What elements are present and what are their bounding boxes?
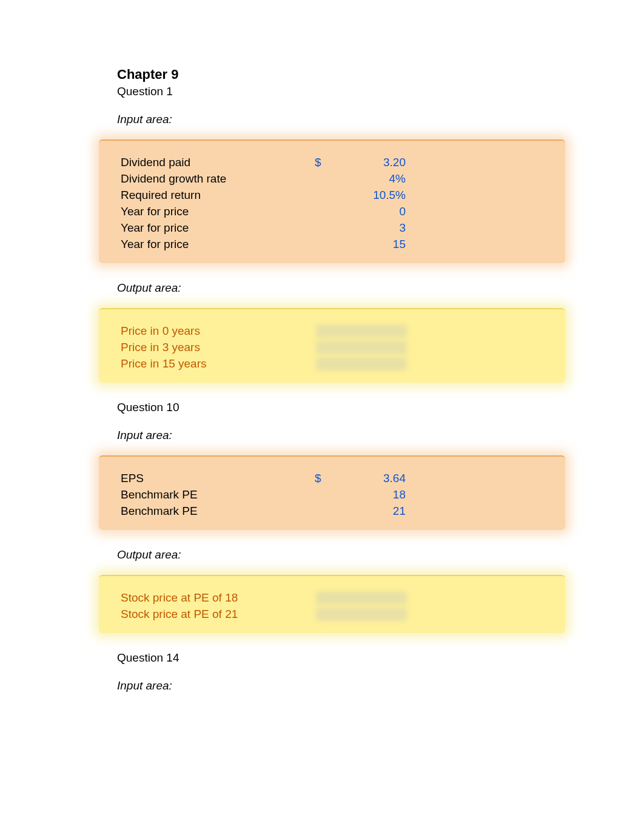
currency-symbol: $ — [315, 470, 339, 486]
row-label: Benchmark PE — [121, 503, 315, 519]
row-label: Stock price at PE of 18 — [121, 589, 315, 606]
row-value: 10.5% — [339, 187, 406, 203]
question-10-heading: Question 10 — [117, 401, 535, 414]
row-value: 4% — [339, 170, 406, 187]
row-value: 3.20 — [339, 154, 406, 170]
row-label: Required return — [121, 187, 315, 203]
row-value: 3.64 — [339, 470, 406, 486]
redacted-value — [316, 608, 407, 621]
input-row: Benchmark PE 18 — [121, 486, 543, 503]
row-label: Price in 15 years — [121, 355, 315, 372]
output-row: Price in 3 years — [121, 339, 543, 355]
redacted-value — [316, 341, 407, 354]
row-label: EPS — [121, 470, 315, 486]
row-label: Price in 0 years — [121, 323, 315, 339]
input-area-label: Input area: — [117, 679, 535, 692]
input-row: Dividend paid $ 3.20 — [121, 154, 543, 170]
row-label: Year for price — [121, 203, 315, 220]
input-row: Dividend growth rate 4% — [121, 170, 543, 187]
row-label: Year for price — [121, 236, 315, 252]
output-row: Price in 0 years — [121, 323, 543, 339]
output-row: Stock price at PE of 18 — [121, 589, 543, 606]
row-label: Benchmark PE — [121, 486, 315, 503]
q10-output-panel: Stock price at PE of 18 Stock price at P… — [99, 575, 565, 633]
input-row: EPS $ 3.64 — [121, 470, 543, 486]
output-row: Stock price at PE of 21 — [121, 606, 543, 622]
row-value: 0 — [339, 203, 406, 220]
redacted-value — [316, 357, 407, 371]
input-area-label: Input area: — [117, 429, 535, 442]
row-label: Year for price — [121, 220, 315, 236]
output-row: Price in 15 years — [121, 355, 543, 372]
input-row: Year for price 3 — [121, 220, 543, 236]
row-value: 3 — [339, 220, 406, 236]
input-row: Benchmark PE 21 — [121, 503, 543, 519]
q10-input-panel: EPS $ 3.64 Benchmark PE 18 Benchmark PE … — [99, 455, 565, 530]
input-row: Required return 10.5% — [121, 187, 543, 203]
redacted-value — [316, 324, 407, 338]
question-1-heading: Question 1 — [117, 85, 535, 98]
row-value: 18 — [339, 486, 406, 503]
output-area-label: Output area: — [117, 548, 535, 562]
row-label: Stock price at PE of 21 — [121, 606, 315, 622]
row-label: Price in 3 years — [121, 339, 315, 355]
chapter-title: Chapter 9 — [117, 67, 535, 82]
row-label: Dividend growth rate — [121, 170, 315, 187]
input-row: Year for price 15 — [121, 236, 543, 252]
q1-output-panel: Price in 0 years Price in 3 years Price … — [99, 308, 565, 383]
currency-symbol: $ — [315, 154, 339, 170]
row-label: Dividend paid — [121, 154, 315, 170]
input-row: Year for price 0 — [121, 203, 543, 220]
output-area-label: Output area: — [117, 281, 535, 295]
input-area-label: Input area: — [117, 113, 535, 126]
row-value: 15 — [339, 236, 406, 252]
q1-input-panel: Dividend paid $ 3.20 Dividend growth rat… — [99, 139, 565, 263]
redacted-value — [316, 591, 407, 605]
question-14-heading: Question 14 — [117, 651, 535, 665]
row-value: 21 — [339, 503, 406, 519]
